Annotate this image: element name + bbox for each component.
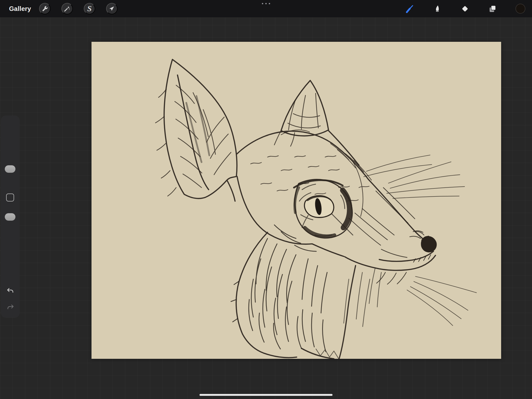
layers-button[interactable]	[487, 3, 498, 14]
right-tool-group	[404, 3, 532, 14]
transform-button[interactable]	[106, 3, 118, 14]
side-toolbar	[1, 116, 19, 318]
color-swatch-button[interactable]	[515, 3, 526, 14]
fox-artwork	[92, 42, 501, 359]
current-color-swatch	[516, 4, 525, 14]
dot	[269, 3, 270, 4]
actions-button[interactable]	[39, 3, 51, 14]
dot	[265, 3, 267, 4]
home-indicator[interactable]	[200, 394, 332, 396]
redo-button[interactable]	[6, 303, 15, 312]
selection-s-icon: S	[87, 5, 92, 13]
redo-arrow-icon	[6, 304, 14, 311]
opacity-slider[interactable]	[5, 213, 15, 221]
modify-button[interactable]	[6, 194, 14, 201]
brush-size-slider[interactable]	[5, 165, 15, 173]
eraser-icon	[461, 5, 469, 13]
wrench-icon	[41, 5, 48, 12]
erase-tool-button[interactable]	[460, 3, 470, 14]
left-tool-group: S	[39, 3, 118, 14]
undo-arrow-icon	[6, 287, 14, 294]
smudge-icon	[433, 5, 442, 13]
brush-icon	[405, 4, 414, 13]
layers-icon	[488, 4, 497, 13]
overflow-menu[interactable]	[262, 3, 270, 4]
transform-arrow-icon	[108, 5, 115, 12]
selection-button[interactable]: S	[84, 3, 95, 14]
magic-wand-icon	[64, 5, 70, 12]
smudge-tool-button[interactable]	[432, 3, 443, 14]
dot	[262, 3, 263, 4]
undo-button[interactable]	[6, 287, 15, 295]
gallery-button[interactable]: Gallery	[9, 5, 31, 13]
adjustments-button[interactable]	[61, 3, 73, 14]
paint-tool-button[interactable]	[404, 3, 415, 14]
drawing-canvas[interactable]	[92, 42, 501, 359]
top-toolbar: Gallery S	[0, 0, 532, 17]
